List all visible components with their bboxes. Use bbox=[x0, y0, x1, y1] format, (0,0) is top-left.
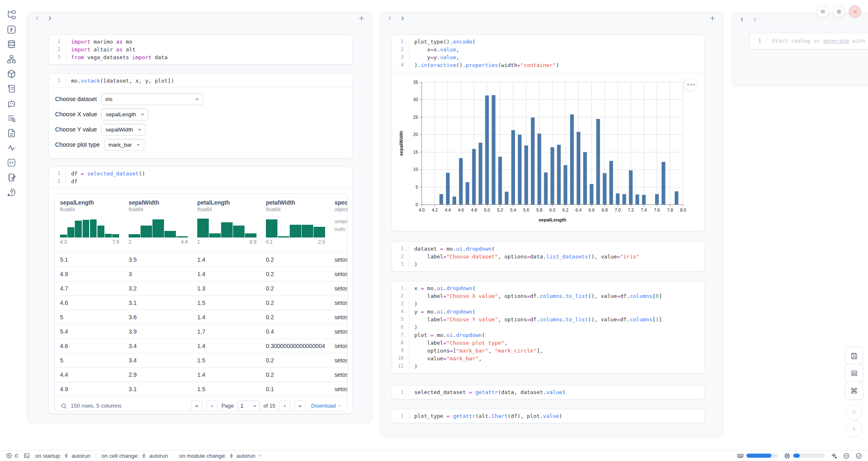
cell-vstack[interactable]: 1mo.vstack([dataset, x, y, plot]) Choose… bbox=[48, 74, 353, 159]
code-line[interactable]: 4⌄y = mo.ui.dropdown( bbox=[392, 308, 704, 316]
dropdown-choose-dataset[interactable]: iris bbox=[101, 93, 203, 105]
code-line[interactable]: 1import marimo as mo bbox=[49, 38, 352, 46]
cell-selected-dataset[interactable]: 1selected_dataset = getattr(data, datase… bbox=[392, 385, 705, 399]
column-prev-icon[interactable] bbox=[35, 16, 40, 21]
activity-icon[interactable] bbox=[7, 143, 16, 153]
code-editor[interactable]: 1df = selected_dataset()2df bbox=[49, 167, 352, 188]
cell-xyplot[interactable]: 1⌄x = mo.ui.dropdown(2 label="Choose X v… bbox=[392, 281, 705, 373]
code-line[interactable]: 7⌄plot = mo.ui.dropdown( bbox=[392, 331, 704, 339]
code-line[interactable]: 3from vega_datasets import data bbox=[49, 53, 352, 61]
terminal-button[interactable] bbox=[23, 452, 30, 459]
run-button[interactable] bbox=[846, 421, 862, 437]
column-header[interactable]: speciesobjectunique:nulls: bbox=[329, 194, 348, 252]
table-row[interactable]: 5.13.51.40.2setosa bbox=[55, 252, 347, 267]
code-line[interactable]: 1df = selected_dataset() bbox=[49, 170, 352, 177]
add-column-icon[interactable] bbox=[709, 15, 716, 21]
code-editor[interactable]: 1plot_type = getattr(alt.Chart(df), plot… bbox=[392, 409, 704, 423]
add-column-icon[interactable] bbox=[358, 15, 365, 21]
code-editor[interactable]: 1mo.vstack([dataset, x, y, plot]) bbox=[49, 74, 352, 88]
code-editor[interactable]: 1selected_dataset = getattr(data, datase… bbox=[392, 385, 704, 399]
code-line[interactable]: 2import altair as alt bbox=[49, 46, 352, 53]
ai-assist-button[interactable] bbox=[831, 452, 838, 459]
code-line[interactable]: 10 value="mark_bar", bbox=[392, 355, 704, 362]
table-row[interactable]: 4.73.21.30.2setosa bbox=[55, 281, 347, 295]
database-icon[interactable] bbox=[7, 39, 16, 49]
column-header[interactable]: sepalWidthfloat6424.4 bbox=[123, 194, 192, 252]
code-line[interactable]: 5 label="Choose Y value", options=df.col… bbox=[392, 316, 704, 323]
code-line[interactable]: 11) bbox=[392, 362, 704, 370]
memory-usage[interactable] bbox=[737, 452, 778, 459]
file-tree-icon[interactable] bbox=[7, 10, 16, 20]
code-line[interactable]: 2 label="Choose X value", options=df.col… bbox=[392, 292, 704, 300]
code-line[interactable]: 3) bbox=[392, 260, 704, 268]
prev-page-button[interactable]: ‹ bbox=[206, 400, 218, 412]
chart-actions-button[interactable]: ●●● bbox=[684, 78, 698, 91]
table-row[interactable]: 4.42.91.40.2setosa bbox=[55, 367, 347, 382]
fold-icon[interactable]: ⌄ bbox=[404, 247, 408, 251]
column-header[interactable]: petalLengthfloat6416.9 bbox=[192, 194, 261, 252]
code-line[interactable]: 9 options=["mark_bar", "mark_circle"], bbox=[392, 347, 704, 355]
help-icon[interactable] bbox=[7, 187, 16, 197]
table-row[interactable]: 4.63.11.50.2setosa bbox=[55, 295, 347, 310]
connection-status[interactable] bbox=[855, 452, 862, 459]
chart[interactable]: 4.04.24.44.64.85.05.25.45.65.86.06.26.46… bbox=[397, 75, 693, 229]
save-button[interactable] bbox=[845, 347, 863, 365]
code-editor[interactable]: 1⌄dataset = mo.ui.dropdown(2 label="Choo… bbox=[392, 242, 704, 271]
code-line[interactable]: 1⌄plot_type().encode( bbox=[392, 38, 704, 46]
column-header[interactable]: sepalLengthfloat644.37.9 bbox=[55, 194, 123, 252]
dropdown-choose-x-value[interactable]: sepalLength bbox=[101, 108, 148, 120]
code-editor[interactable]: 1⌄plot_type().encode(2 x=x.value,3 y=y.v… bbox=[392, 35, 704, 72]
table-row[interactable]: 4.93.11.50.1setosa bbox=[55, 382, 347, 396]
table-row[interactable]: 53.61.40.2setosa bbox=[55, 310, 347, 324]
code-line[interactable]: 3 y=y.value, bbox=[392, 53, 704, 61]
keyboard-shortcuts-button[interactable]: ⌘ bbox=[845, 382, 863, 400]
column-prev-icon[interactable] bbox=[739, 17, 745, 22]
code-line[interactable]: 1plot_type = getattr(alt.Chart(df), plot… bbox=[392, 412, 704, 420]
cell-plot-type[interactable]: 1plot_type = getattr(alt.Chart(df), plot… bbox=[392, 409, 705, 423]
table-row[interactable]: 4.63.41.40.30000000000000004setosa bbox=[55, 339, 347, 353]
column-prev-icon[interactable] bbox=[387, 16, 392, 21]
stop-button[interactable] bbox=[846, 404, 862, 420]
fold-icon[interactable]: ⌄ bbox=[404, 286, 408, 290]
code-line[interactable]: 3) bbox=[392, 300, 704, 308]
cpu-usage[interactable] bbox=[784, 452, 825, 459]
cell-imports[interactable]: 1import marimo as mo2import altair as al… bbox=[48, 35, 353, 65]
fold-icon[interactable]: ⌄ bbox=[404, 310, 408, 314]
column-next-icon[interactable] bbox=[752, 17, 757, 22]
workflow-icon[interactable] bbox=[7, 54, 16, 64]
cell-plot[interactable]: 1⌄plot_type().encode(2 x=x.value,3 y=y.v… bbox=[392, 35, 705, 231]
cell-dataset[interactable]: 1⌄dataset = mo.ui.dropdown(2 label="Choo… bbox=[392, 242, 705, 272]
list-search-icon[interactable] bbox=[7, 113, 16, 123]
errors-indicator[interactable]: 0 bbox=[6, 452, 18, 459]
code-line[interactable]: 1selected_dataset = getattr(data, datase… bbox=[392, 388, 704, 396]
code-editor[interactable]: 1import marimo as mo2import altair as al… bbox=[49, 35, 352, 64]
scroll-icon[interactable] bbox=[7, 84, 16, 94]
code-line[interactable]: 1Start coding or generate with AI bbox=[750, 37, 868, 45]
settings-button[interactable] bbox=[833, 5, 845, 18]
cell-new[interactable]: 1Start coding or generate with AI bbox=[749, 33, 868, 49]
code-editor[interactable]: 1⌄x = mo.ui.dropdown(2 label="Choose X v… bbox=[392, 281, 704, 373]
on-module-change-setting[interactable]: on module change: autorun bbox=[179, 453, 263, 459]
dropdown-choose-plot-type[interactable]: mark_bar bbox=[104, 139, 144, 151]
scratchpad-icon[interactable] bbox=[7, 173, 16, 182]
function-icon[interactable] bbox=[7, 25, 16, 35]
fold-icon[interactable]: ⌄ bbox=[404, 333, 408, 337]
code-line[interactable]: 1⌄dataset = mo.ui.dropdown( bbox=[392, 245, 704, 253]
code-line[interactable]: 2 x=x.value, bbox=[392, 46, 704, 53]
on-cell-change-setting[interactable]: on cell change: autorun bbox=[102, 453, 168, 459]
code-line[interactable]: 8 label="Choose plot type", bbox=[392, 339, 704, 347]
code-line[interactable]: 2 label="Choose dataset", options=data.l… bbox=[392, 253, 704, 260]
first-page-button[interactable]: « bbox=[191, 400, 203, 412]
code-line[interactable]: 1mo.vstack([dataset, x, y, plot]) bbox=[49, 77, 352, 85]
column-next-icon[interactable] bbox=[400, 16, 405, 21]
code-line[interactable]: 4).interactive().properties(width="conta… bbox=[392, 61, 704, 69]
column-next-icon[interactable] bbox=[47, 16, 53, 21]
copilot-button[interactable] bbox=[843, 452, 850, 459]
table-row[interactable]: 4.931.40.2setosa bbox=[55, 267, 347, 281]
fold-icon[interactable]: ⌄ bbox=[404, 40, 408, 44]
page-select[interactable]: 1 bbox=[238, 401, 260, 411]
cell-df[interactable]: 1df = selected_dataset()2df sepalLengthf… bbox=[48, 166, 353, 414]
code-line[interactable]: 1⌄x = mo.ui.dropdown( bbox=[392, 284, 704, 292]
code-line[interactable]: 2df bbox=[49, 177, 352, 185]
last-page-button[interactable]: » bbox=[294, 400, 306, 412]
